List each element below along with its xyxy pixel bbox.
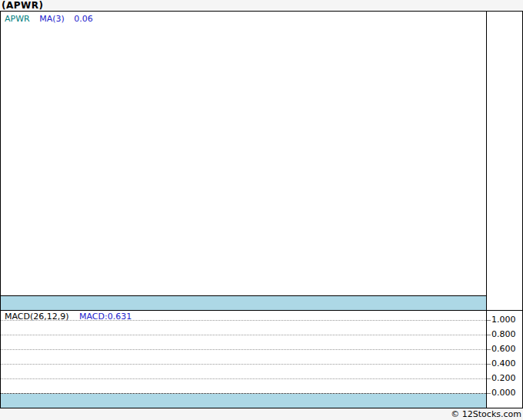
y-axis-label: 0.400 — [491, 358, 516, 369]
y-axis-label: 0.200 — [491, 373, 516, 384]
symbol-label: APWR — [5, 14, 30, 24]
y-axis-tick — [487, 393, 491, 394]
y-axis-tick — [487, 364, 491, 365]
page-title: (APWR) — [2, 0, 44, 11]
y-axis-label: 0.600 — [491, 344, 516, 355]
macd-indicator-label: MACD(26,12,9) — [5, 312, 69, 322]
ma-label: MA(3) — [39, 14, 65, 24]
y-axis-tick — [487, 335, 491, 335]
separator-band-bottom — [1, 394, 486, 408]
separator-band-top — [1, 296, 486, 310]
y-axis-tick — [487, 378, 491, 379]
y-axis-tick — [487, 349, 491, 350]
ma-value: 0.06 — [74, 14, 93, 24]
y-axis-label: 0.800 — [491, 329, 516, 340]
macd-gridline — [1, 335, 486, 335]
chart-header: (APWR) — [0, 0, 523, 11]
y-axis-label: 0.000 — [491, 388, 516, 398]
chart-frame: APWR MA(3) 0.06 MACD(26,12,9) MACD:0.631… — [0, 11, 523, 408]
y-axis-tick — [487, 320, 491, 321]
axis-divider — [486, 12, 487, 408]
macd-gridline — [1, 364, 486, 365]
copyright-label: © 12Stocks.com — [451, 409, 521, 419]
macd-legend: MACD(26,12,9) MACD:0.631 — [5, 312, 132, 322]
price-panel: APWR MA(3) 0.06 — [1, 12, 486, 295]
y-axis-label: 1.000 — [491, 315, 516, 325]
price-legend: APWR MA(3) 0.06 — [5, 14, 100, 24]
macd-gridline — [1, 349, 486, 350]
chart-footer: © 12Stocks.com — [0, 408, 523, 420]
macd-panel — [1, 311, 486, 394]
macd-gridline — [1, 378, 486, 379]
macd-value-label: MACD:0.631 — [79, 312, 132, 322]
